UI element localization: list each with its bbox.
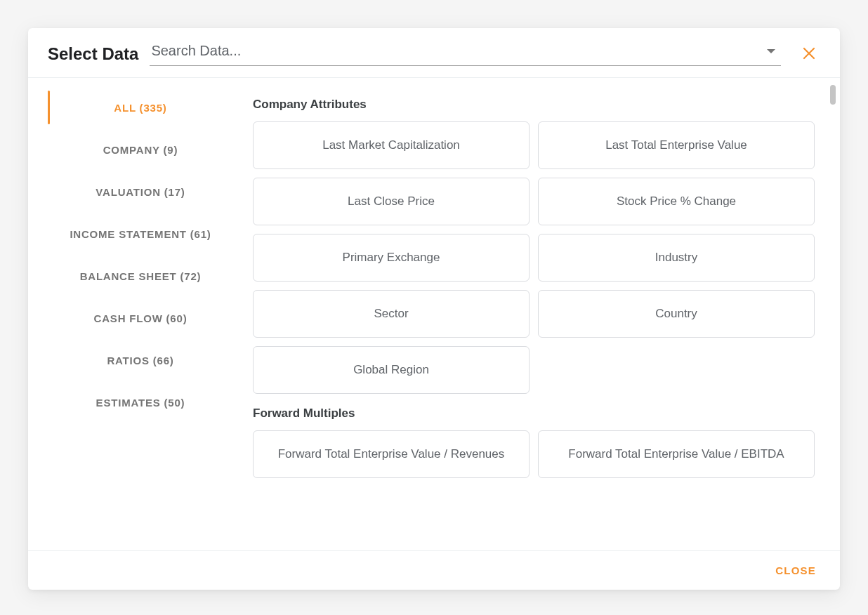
data-items-area[interactable]: Company Attributes Last Market Capitaliz… bbox=[253, 78, 840, 550]
data-item[interactable]: Last Market Capitalization bbox=[253, 121, 530, 169]
data-item[interactable]: Forward Total Enterprise Value / Revenue… bbox=[253, 430, 530, 478]
category-tabs: ALL (335) COMPANY (9) VALUATION (17) INC… bbox=[28, 78, 253, 550]
data-item[interactable]: Primary Exchange bbox=[253, 234, 530, 282]
data-item[interactable]: Sector bbox=[253, 290, 530, 338]
tab-label: BALANCE SHEET (72) bbox=[80, 270, 202, 282]
data-item[interactable]: Last Close Price bbox=[253, 178, 530, 225]
tab-ratios[interactable]: RATIOS (66) bbox=[28, 339, 253, 381]
data-item[interactable]: Stock Price % Change bbox=[538, 178, 815, 225]
tab-label: INCOME STATEMENT (61) bbox=[70, 228, 211, 240]
search-field-wrap[interactable] bbox=[150, 42, 781, 66]
modal-body: ALL (335) COMPANY (9) VALUATION (17) INC… bbox=[28, 78, 840, 550]
tab-company[interactable]: COMPANY (9) bbox=[28, 128, 253, 171]
select-data-modal: Select Data ALL (335) CO bbox=[28, 28, 840, 590]
tab-label: ALL (335) bbox=[114, 102, 166, 114]
data-item[interactable]: Industry bbox=[538, 234, 815, 282]
data-item[interactable]: Country bbox=[538, 290, 815, 338]
section-title-company-attributes: Company Attributes bbox=[253, 98, 815, 112]
modal-footer: CLOSE bbox=[28, 550, 840, 590]
chip-grid: Forward Total Enterprise Value / Revenue… bbox=[253, 430, 815, 478]
tab-all[interactable]: ALL (335) bbox=[28, 86, 253, 128]
data-item[interactable]: Last Total Enterprise Value bbox=[538, 121, 815, 169]
section-title-forward-multiples: Forward Multiples bbox=[253, 406, 815, 421]
data-item[interactable]: Forward Total Enterprise Value / EBITDA bbox=[538, 430, 815, 478]
tab-income-statement[interactable]: INCOME STATEMENT (61) bbox=[28, 213, 253, 255]
chip-grid: Last Market Capitalization Last Total En… bbox=[253, 121, 815, 394]
data-item[interactable]: Global Region bbox=[253, 346, 530, 394]
tab-label: CASH FLOW (60) bbox=[94, 312, 188, 324]
tab-cash-flow[interactable]: CASH FLOW (60) bbox=[28, 297, 253, 339]
close-button[interactable]: CLOSE bbox=[771, 564, 820, 577]
search-input[interactable] bbox=[150, 42, 761, 60]
modal-title: Select Data bbox=[48, 44, 138, 64]
tab-label: RATIOS (66) bbox=[107, 355, 173, 366]
tab-label: ESTIMATES (50) bbox=[96, 397, 185, 409]
tab-balance-sheet[interactable]: BALANCE SHEET (72) bbox=[28, 255, 253, 297]
tab-estimates[interactable]: ESTIMATES (50) bbox=[28, 381, 253, 423]
close-icon[interactable] bbox=[798, 45, 820, 63]
modal-header: Select Data bbox=[28, 28, 840, 78]
tab-label: VALUATION (17) bbox=[96, 186, 185, 198]
dropdown-caret-icon[interactable] bbox=[761, 49, 781, 53]
tab-label: COMPANY (9) bbox=[103, 144, 178, 156]
tab-valuation[interactable]: VALUATION (17) bbox=[28, 171, 253, 213]
